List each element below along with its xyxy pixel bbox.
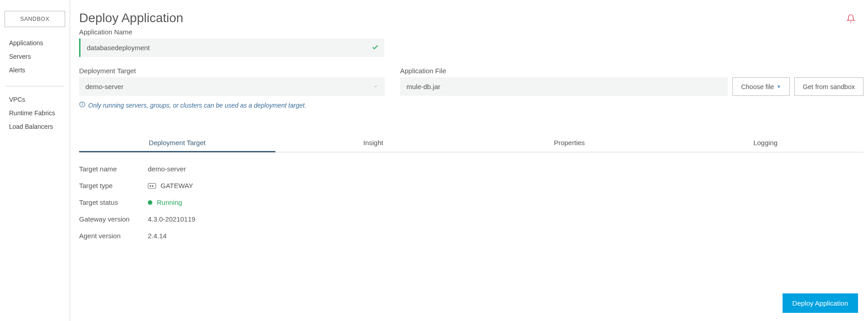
nav-applications[interactable]: Applications — [0, 36, 70, 50]
target-details: Target name demo-server Target type GATE… — [79, 165, 863, 240]
notifications-icon[interactable] — [846, 14, 855, 25]
target-status-key: Target status — [79, 198, 148, 206]
gateway-version-value: 4.3.0-20210119 — [148, 215, 195, 223]
environment-selector[interactable]: SANDBOX — [5, 11, 65, 27]
deploy-application-button[interactable]: Deploy Application — [783, 293, 858, 313]
tab-insight[interactable]: Insight — [275, 133, 472, 152]
get-from-sandbox-button[interactable]: Get from sandbox — [794, 77, 863, 96]
nav-load-balancers[interactable]: Load Balancers — [0, 120, 70, 133]
application-file-label: Application File — [400, 67, 863, 75]
check-icon — [372, 43, 379, 52]
nav-divider — [5, 86, 64, 86]
target-info-note: Only running servers, groups, or cluster… — [79, 101, 385, 109]
choose-file-label: Choose file — [741, 83, 774, 90]
nav-alerts[interactable]: Alerts — [0, 63, 70, 77]
app-name-input-wrap — [79, 38, 384, 57]
target-name-key: Target name — [79, 165, 148, 173]
target-type-value: GATEWAY — [160, 182, 193, 189]
page-title: Deploy Application — [79, 11, 846, 25]
nav-group-1: Applications Servers Alerts — [0, 36, 70, 83]
tab-logging[interactable]: Logging — [667, 133, 863, 152]
target-info-text: Only running servers, groups, or cluster… — [88, 102, 306, 109]
main-content: Deploy Application Application Name Depl… — [70, 0, 868, 321]
deployment-target-label: Deployment Target — [79, 67, 385, 75]
status-dot-icon — [148, 200, 152, 205]
nav-runtime-fabrics[interactable]: Runtime Fabrics — [0, 106, 70, 120]
gateway-version-key: Gateway version — [79, 215, 148, 223]
tab-deployment-target[interactable]: Deployment Target — [79, 133, 275, 152]
deployment-target-select[interactable] — [79, 77, 385, 96]
info-icon — [79, 101, 85, 109]
choose-file-button[interactable]: Choose file ▼ — [732, 77, 789, 96]
svg-point-2 — [82, 103, 83, 104]
nav-group-2: VPCs Runtime Fabrics Load Balancers — [0, 93, 70, 140]
app-name-input[interactable] — [80, 38, 384, 57]
sidebar: SANDBOX Applications Servers Alerts VPCs… — [0, 0, 70, 321]
nav-vpcs[interactable]: VPCs — [0, 93, 70, 106]
agent-version-value: 2.4.14 — [148, 232, 167, 240]
tabs: Deployment Target Insight Properties Log… — [79, 133, 863, 152]
gateway-icon — [148, 183, 156, 189]
target-name-value: demo-server — [148, 165, 186, 173]
nav-servers[interactable]: Servers — [0, 50, 70, 63]
target-status-value: Running — [157, 198, 182, 206]
target-type-key: Target type — [79, 182, 148, 189]
tab-properties[interactable]: Properties — [472, 133, 668, 152]
agent-version-key: Agent version — [79, 232, 148, 240]
caret-down-icon: ▼ — [777, 84, 781, 89]
application-file-name: mule-db.jar — [400, 77, 728, 96]
app-name-label: Application Name — [79, 28, 863, 36]
